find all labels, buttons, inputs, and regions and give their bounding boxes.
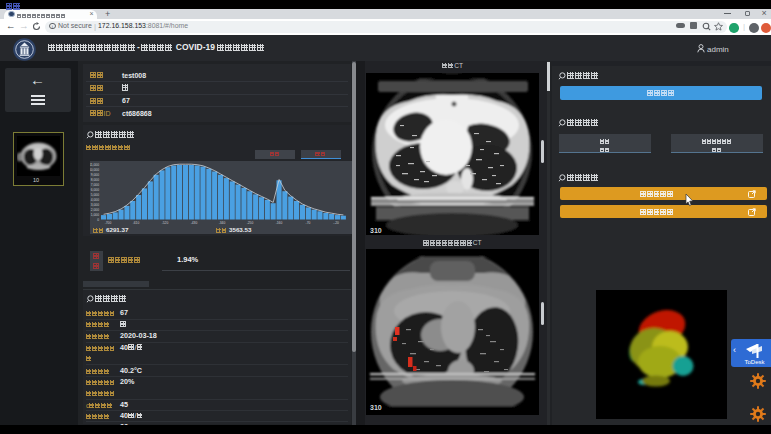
svg-text:-430: -430 bbox=[191, 220, 198, 224]
svg-text:5,000: 5,000 bbox=[91, 192, 99, 196]
svg-text:10,000: 10,000 bbox=[90, 168, 99, 172]
svg-text:1,000: 1,000 bbox=[91, 212, 99, 216]
svg-text:-340: -340 bbox=[219, 220, 226, 224]
svg-text:3,000: 3,000 bbox=[91, 202, 99, 206]
svg-text:8,000: 8,000 bbox=[91, 177, 99, 181]
svg-text:-700: -700 bbox=[105, 220, 112, 224]
svg-text:11,000: 11,000 bbox=[90, 163, 99, 167]
svg-text:9,000: 9,000 bbox=[91, 172, 99, 176]
svg-text:7,000: 7,000 bbox=[91, 182, 99, 186]
svg-text:2,000: 2,000 bbox=[91, 207, 99, 211]
svg-text:-520: -520 bbox=[162, 220, 169, 224]
svg-text:4,000: 4,000 bbox=[91, 197, 99, 201]
svg-text:-610: -610 bbox=[133, 220, 140, 224]
svg-text:-160: -160 bbox=[276, 220, 283, 224]
svg-text:0: 0 bbox=[97, 217, 99, 221]
svg-text:-70: -70 bbox=[306, 220, 311, 224]
svg-text:6,000: 6,000 bbox=[91, 187, 99, 191]
svg-text:-250: -250 bbox=[247, 220, 254, 224]
svg-text:--20: --20 bbox=[333, 220, 339, 224]
